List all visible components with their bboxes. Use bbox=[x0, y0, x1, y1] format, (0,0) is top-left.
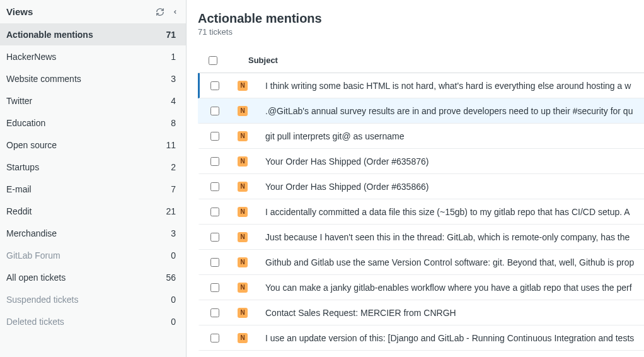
sidebar-item[interactable]: HackerNews1 bbox=[0, 45, 186, 67]
status-badge: N bbox=[238, 308, 248, 318]
row-checkbox[interactable] bbox=[210, 81, 219, 90]
table-header: Subject bbox=[198, 48, 644, 73]
table-row[interactable]: NJust because I haven't seen this in the… bbox=[198, 225, 644, 250]
collapse-icon[interactable] bbox=[172, 8, 178, 16]
table-row[interactable]: NI think writing some basic HTML is not … bbox=[198, 73, 644, 98]
sidebar-item-label: E-mail bbox=[6, 184, 32, 194]
sidebar-item[interactable]: Education8 bbox=[0, 112, 186, 134]
status-badge: N bbox=[238, 232, 248, 242]
table-row[interactable]: NYour Order Has Shipped (Order #635866) bbox=[198, 174, 644, 199]
sidebar-item[interactable]: Open source11 bbox=[0, 134, 186, 156]
table-row[interactable]: NI accidentally committed a data file th… bbox=[198, 199, 644, 225]
sidebar-item-label: Deleted tickets bbox=[6, 317, 64, 327]
table-row[interactable]: NI'm a little confused. How do I run the… bbox=[198, 351, 644, 357]
row-checkbox[interactable] bbox=[210, 132, 219, 141]
column-header-subject[interactable]: Subject bbox=[228, 56, 278, 65]
sidebar-item-label: All open tickets bbox=[6, 272, 66, 283]
sidebar-item-label: Education bbox=[6, 118, 45, 128]
row-checkbox[interactable] bbox=[210, 208, 219, 216]
ticket-subject: Your Order Has Shipped (Order #635866) bbox=[255, 182, 644, 192]
sidebar-item[interactable]: Reddit21 bbox=[0, 200, 186, 222]
sidebar-item[interactable]: Deleted tickets0 bbox=[0, 310, 186, 332]
table-row[interactable]: NI use an update version of this: [Djang… bbox=[198, 325, 644, 351]
row-checkbox[interactable] bbox=[210, 283, 219, 292]
sidebar-item[interactable]: Website comments3 bbox=[0, 67, 186, 90]
status-badge: N bbox=[238, 106, 248, 116]
main-panel: Actionable mentions 71 tickets Subject N… bbox=[187, 0, 644, 357]
sidebar-item-count: 21 bbox=[166, 206, 176, 216]
sidebar-item[interactable]: Suspended tickets0 bbox=[0, 288, 186, 310]
sidebar-item-count: 71 bbox=[166, 30, 176, 40]
sidebar-item-count: 11 bbox=[166, 140, 176, 150]
sidebar-item-count: 0 bbox=[171, 250, 176, 260]
ticket-count: 71 tickets bbox=[198, 27, 644, 37]
status-badge: N bbox=[238, 156, 248, 167]
status-badge: N bbox=[238, 207, 248, 217]
sidebar-item-count: 3 bbox=[171, 74, 176, 84]
sidebar-item-label: Reddit bbox=[6, 206, 32, 216]
row-checkbox[interactable] bbox=[210, 233, 219, 242]
select-all-checkbox[interactable] bbox=[209, 56, 217, 65]
tickets-table: Subject NI think writing some basic HTML… bbox=[198, 48, 644, 357]
sidebar-item-label: Website comments bbox=[6, 74, 81, 84]
ticket-subject: .@GitLab's annual survey results are in … bbox=[255, 106, 644, 116]
page-title: Actionable mentions bbox=[198, 11, 644, 26]
sidebar-item-count: 4 bbox=[171, 96, 176, 106]
table-row[interactable]: NContact Sales Request: MERCIER from CNR… bbox=[198, 300, 644, 325]
sidebar-item[interactable]: Actionable mentions71 bbox=[0, 23, 186, 45]
ticket-subject: You can make a janky gitlab-enables work… bbox=[255, 283, 644, 293]
sidebar-item[interactable]: Startups2 bbox=[0, 156, 186, 178]
sidebar-item-count: 1 bbox=[171, 52, 176, 62]
table-body: NI think writing some basic HTML is not … bbox=[198, 73, 644, 357]
row-checkbox[interactable] bbox=[210, 334, 219, 342]
sidebar-title: Views bbox=[6, 6, 33, 17]
sidebar-header: Views bbox=[0, 0, 186, 23]
sidebar-item-label: Suspended tickets bbox=[6, 295, 78, 305]
sidebar-item[interactable]: E-mail7 bbox=[0, 178, 186, 200]
ticket-subject: I think writing some basic HTML is not h… bbox=[255, 81, 644, 91]
sidebar-item[interactable]: All open tickets56 bbox=[0, 266, 186, 288]
sidebar-item-label: HackerNews bbox=[6, 52, 56, 62]
sidebar-item-count: 7 bbox=[171, 184, 176, 194]
sidebar: Views Actionable mentions71HackerNews1We… bbox=[0, 0, 187, 357]
table-row[interactable]: N.@GitLab's annual survey results are in… bbox=[198, 98, 644, 124]
sidebar-item[interactable]: GitLab Forum0 bbox=[0, 244, 186, 266]
table-row[interactable]: NYour Order Has Shipped (Order #635876) bbox=[198, 149, 644, 174]
sidebar-item-count: 56 bbox=[166, 272, 176, 283]
ticket-subject: git pull interprets git@ as username bbox=[255, 131, 644, 141]
table-row[interactable]: Ngit pull interprets git@ as username bbox=[198, 124, 644, 149]
sidebar-item-count: 0 bbox=[171, 317, 176, 327]
row-checkbox[interactable] bbox=[210, 258, 219, 267]
sidebar-item-count: 8 bbox=[171, 118, 176, 128]
status-badge: N bbox=[238, 131, 248, 141]
row-checkbox[interactable] bbox=[210, 182, 219, 191]
ticket-subject: I use an update version of this: [Django… bbox=[255, 333, 644, 343]
refresh-icon[interactable] bbox=[156, 8, 164, 16]
sidebar-item-label: Startups bbox=[6, 162, 39, 172]
sidebar-item[interactable]: Merchandise3 bbox=[0, 222, 186, 244]
views-list: Actionable mentions71HackerNews1Website … bbox=[0, 23, 186, 332]
ticket-subject: Just because I haven't seen this in the … bbox=[255, 232, 644, 242]
sidebar-item-label: Open source bbox=[6, 140, 57, 150]
row-checkbox[interactable] bbox=[210, 308, 219, 317]
ticket-subject: Github and Gitlab use the same Version C… bbox=[255, 257, 644, 267]
status-badge: N bbox=[238, 182, 248, 192]
row-checkbox[interactable] bbox=[210, 107, 219, 115]
table-row[interactable]: NGithub and Gitlab use the same Version … bbox=[198, 250, 644, 275]
status-badge: N bbox=[238, 257, 248, 267]
sidebar-item-label: GitLab Forum bbox=[6, 250, 60, 260]
sidebar-item-count: 2 bbox=[171, 162, 176, 172]
sidebar-item-label: Twitter bbox=[6, 96, 32, 106]
sidebar-item[interactable]: Twitter4 bbox=[0, 90, 186, 112]
table-row[interactable]: NYou can make a janky gitlab-enables wor… bbox=[198, 275, 644, 300]
main-header: Actionable mentions 71 tickets bbox=[198, 11, 644, 37]
status-badge: N bbox=[238, 333, 248, 343]
sidebar-item-count: 0 bbox=[171, 295, 176, 305]
ticket-subject: I accidentally committed a data file thi… bbox=[255, 207, 644, 217]
sidebar-item-label: Actionable mentions bbox=[6, 30, 93, 40]
ticket-subject: Contact Sales Request: MERCIER from CNRG… bbox=[255, 308, 644, 318]
status-badge: N bbox=[238, 81, 248, 91]
status-badge: N bbox=[238, 283, 248, 293]
sidebar-item-count: 3 bbox=[171, 228, 176, 238]
row-checkbox[interactable] bbox=[210, 157, 219, 166]
